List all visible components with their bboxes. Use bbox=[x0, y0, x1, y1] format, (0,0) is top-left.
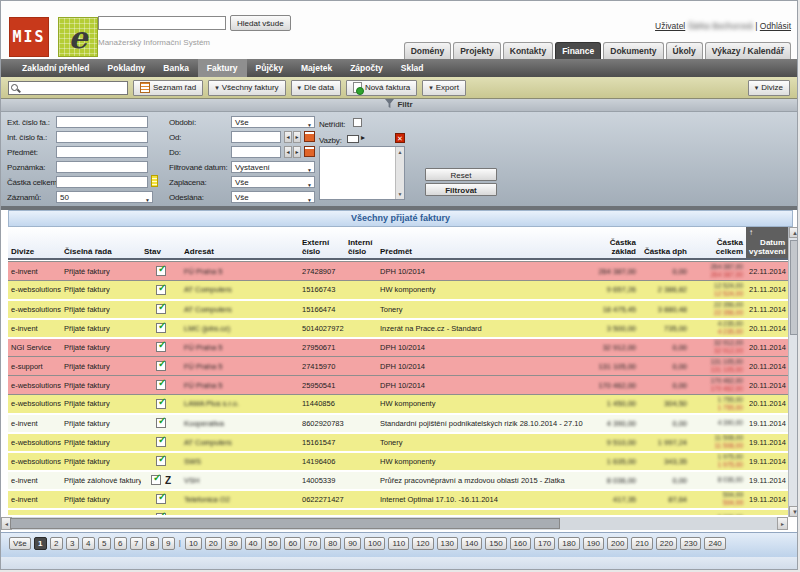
seznam-rad-button[interactable]: Seznam řad bbox=[133, 80, 203, 96]
page-button-80[interactable]: 80 bbox=[324, 537, 341, 550]
invoice-row[interactable]: e-websolutionsPřijaté fakturyAT Computer… bbox=[8, 300, 788, 319]
page-button-40[interactable]: 40 bbox=[245, 537, 262, 550]
menu-item-banka[interactable]: Banka bbox=[154, 59, 198, 77]
status-checkbox-icon[interactable] bbox=[156, 418, 166, 428]
filter-input-ext-cislo-fa[interactable] bbox=[56, 116, 148, 128]
status-checkbox-icon[interactable] bbox=[156, 513, 166, 515]
filtrovat-button[interactable]: Filtrovat bbox=[425, 183, 497, 196]
page-button-6[interactable]: 6 bbox=[114, 537, 127, 550]
logout-link[interactable]: Odhlásit bbox=[760, 21, 791, 31]
invoice-row[interactable]: e-websolutionsPřijaté fakturySWS14196406… bbox=[8, 452, 788, 471]
netridit-checkbox[interactable] bbox=[353, 118, 362, 127]
filter-date-input-od[interactable] bbox=[231, 131, 281, 143]
page-button-30[interactable]: 30 bbox=[225, 537, 242, 550]
tab-projekty[interactable]: Projekty bbox=[453, 42, 501, 59]
invoice-row[interactable]: e-inventPřijaté fakturyFÚ Praha 52742890… bbox=[8, 262, 788, 281]
filter-select-obdobi[interactable]: Vše bbox=[231, 116, 315, 128]
tab-kontakty[interactable]: Kontakty bbox=[503, 42, 553, 59]
column-header-ciselna-rada[interactable]: Číselná řada bbox=[61, 227, 141, 259]
page-button-3[interactable]: 3 bbox=[66, 537, 79, 550]
tab-domeny[interactable]: Domény bbox=[404, 42, 452, 59]
status-checkbox-icon[interactable] bbox=[156, 380, 166, 390]
tab-finance[interactable]: Finance bbox=[555, 42, 601, 59]
menu-item-faktury[interactable]: Faktury bbox=[198, 59, 247, 77]
page-button-vse[interactable]: Vše bbox=[9, 537, 31, 550]
filter-header-bar[interactable]: Filtr bbox=[1, 99, 797, 112]
page-button-110[interactable]: 110 bbox=[388, 537, 409, 550]
column-header-interni-cislo[interactable]: Interní číslo bbox=[345, 227, 377, 259]
scroll-down-icon[interactable]: ▼ bbox=[396, 191, 404, 197]
status-checkbox-icon[interactable] bbox=[156, 266, 166, 276]
status-checkbox-icon[interactable] bbox=[156, 323, 166, 333]
page-button-50[interactable]: 50 bbox=[265, 537, 282, 550]
page-button-120[interactable]: 120 bbox=[412, 537, 433, 550]
invoice-row[interactable]: e-supportPřijaté fakturyFÚ Praha 5274159… bbox=[8, 357, 788, 376]
page-button-70[interactable]: 70 bbox=[304, 537, 321, 550]
horizontal-scrollbar[interactable]: ◂ ▸ bbox=[1, 517, 788, 530]
filter-select-zaznamu[interactable]: 50 bbox=[56, 191, 153, 203]
page-button-7[interactable]: 7 bbox=[130, 537, 143, 550]
vertical-scroll-thumb[interactable] bbox=[790, 240, 798, 335]
tab-dokumenty[interactable]: Dokumenty bbox=[603, 42, 663, 59]
column-header-externi-cislo[interactable]: Externí číslo bbox=[299, 227, 345, 259]
page-button-200[interactable]: 200 bbox=[607, 537, 628, 550]
column-header-castka-celkem[interactable]: Částka celkem bbox=[690, 227, 746, 259]
column-header-adresat[interactable]: Adresát bbox=[181, 227, 299, 259]
menu-item-zakladni-prehled[interactable]: Zakladní přehled bbox=[13, 59, 99, 77]
user-link[interactable]: Uživatel bbox=[655, 21, 685, 31]
invoice-row[interactable]: e-inventPřijaté faktury6 236,00 bbox=[8, 509, 788, 516]
amount-filter-icon[interactable] bbox=[151, 175, 158, 187]
page-button-240[interactable]: 240 bbox=[704, 537, 725, 550]
invoice-row[interactable]: e-websolutionsPřijaté fakturyFÚ Praha 52… bbox=[8, 376, 788, 395]
spinner-right-icon[interactable]: ▸ bbox=[293, 146, 301, 158]
invoice-row[interactable]: e-inventPřijaté zálohové fakturyZVSH1400… bbox=[8, 471, 788, 490]
filter-input-castka-celkem[interactable] bbox=[56, 176, 148, 188]
export-button[interactable]: ▾Export bbox=[422, 80, 466, 96]
reset-button[interactable]: Reset bbox=[425, 168, 497, 181]
horizontal-scroll-thumb[interactable] bbox=[10, 518, 560, 529]
scroll-down-icon[interactable]: ▼ bbox=[789, 506, 798, 517]
invoice-row[interactable]: e-inventPřijaté fakturyLMC (jobs.cz)5014… bbox=[8, 319, 788, 338]
status-checkbox-icon[interactable] bbox=[156, 304, 166, 314]
spinner-right-icon[interactable]: ▸ bbox=[293, 131, 301, 143]
filter-date-input-do[interactable] bbox=[231, 146, 281, 158]
spinner-left-icon[interactable]: ◂ bbox=[284, 146, 292, 158]
page-button-9[interactable]: 9 bbox=[162, 537, 175, 550]
column-header-castka-dph[interactable]: Částka dph bbox=[639, 227, 690, 259]
vsechny-faktury-button[interactable]: ▾Všechny faktury bbox=[208, 80, 285, 96]
menu-item-pokladny[interactable]: Pokladny bbox=[99, 59, 155, 77]
status-checkbox-icon[interactable] bbox=[156, 399, 166, 409]
page-button-140[interactable]: 140 bbox=[461, 537, 482, 550]
status-checkbox-icon[interactable] bbox=[156, 437, 166, 447]
global-search-input[interactable] bbox=[98, 16, 226, 30]
menu-item-majetek[interactable]: Majetek bbox=[292, 59, 341, 77]
column-header-castka-zaklad[interactable]: Částka základ bbox=[583, 227, 639, 259]
filter-select-zaplacena[interactable]: Vše bbox=[231, 176, 315, 188]
tab-ukoly[interactable]: Úkoly bbox=[666, 42, 703, 59]
invoice-row[interactable]: e-websolutionsPřijaté fakturyAT Computer… bbox=[8, 433, 788, 452]
status-checkbox-icon[interactable] bbox=[156, 342, 166, 352]
page-button-5[interactable]: 5 bbox=[98, 537, 111, 550]
filter-input-poznamka[interactable] bbox=[56, 161, 148, 173]
scroll-up-icon[interactable]: ▲ bbox=[396, 149, 404, 155]
page-button-160[interactable]: 160 bbox=[510, 537, 531, 550]
status-checkbox-icon[interactable] bbox=[156, 285, 166, 295]
page-button-8[interactable]: 8 bbox=[146, 537, 159, 550]
column-header-divize[interactable]: Divize bbox=[8, 227, 61, 259]
scroll-up-icon[interactable]: ▲ bbox=[789, 227, 798, 238]
filter-select-filtrovane-datum[interactable]: Vystavení bbox=[231, 161, 315, 173]
page-button-10[interactable]: 10 bbox=[185, 537, 202, 550]
listbox-scrollbar[interactable]: ▲ ▼ bbox=[395, 147, 404, 199]
global-search-button[interactable]: Hledat všude bbox=[230, 15, 291, 31]
close-icon[interactable]: ✕ bbox=[395, 133, 405, 143]
page-button-180[interactable]: 180 bbox=[558, 537, 579, 550]
calendar-icon[interactable] bbox=[304, 146, 315, 157]
invoice-row[interactable]: e-websolutionsPřijaté fakturyAT Computer… bbox=[8, 281, 788, 300]
column-header-datum-vystaveni[interactable]: ↑Datum vystavení bbox=[746, 227, 788, 259]
invoice-row[interactable]: NGI ServicePřijaté fakturyFÚ Praha 52795… bbox=[8, 338, 788, 357]
status-checkbox-icon[interactable] bbox=[156, 361, 166, 371]
page-button-130[interactable]: 130 bbox=[437, 537, 458, 550]
page-button-230[interactable]: 230 bbox=[680, 537, 701, 550]
vazby-listbox[interactable]: ▲ ▼ bbox=[319, 146, 405, 200]
menu-item-pujcky[interactable]: Půjčky bbox=[247, 59, 292, 77]
